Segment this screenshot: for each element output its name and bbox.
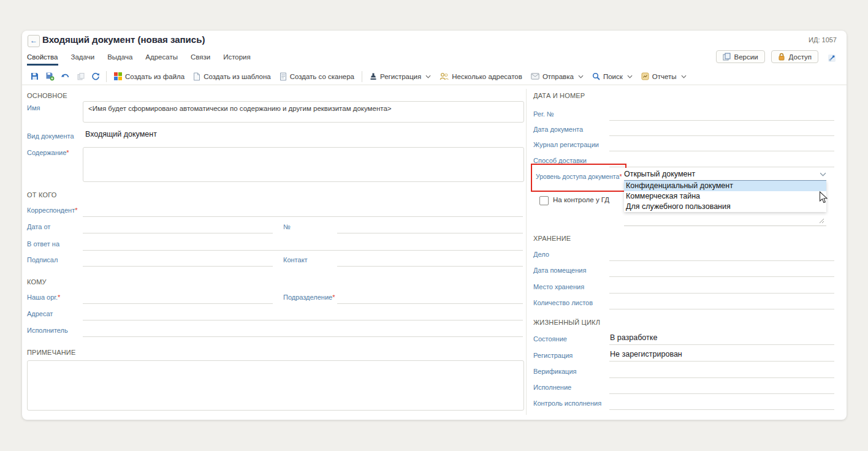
office-grid-icon xyxy=(114,72,122,80)
sheets-count-input[interactable] xyxy=(609,299,834,309)
contact-input[interactable] xyxy=(337,256,523,267)
section-to: КОМУ xyxy=(27,278,47,286)
registration-button[interactable]: Регистрация xyxy=(365,70,435,82)
refresh-button[interactable] xyxy=(88,70,103,83)
access-level-selected: Открытый документ xyxy=(624,170,695,178)
access-level-dropdown: Конфиденциальный документ Коммерческая т… xyxy=(624,181,826,212)
document-window: ← Входящий документ (новая запись) ИД: 1… xyxy=(22,31,847,420)
correspondent-label: Корреспондент* xyxy=(27,207,77,214)
people-icon xyxy=(440,72,449,80)
doc-date-input[interactable] xyxy=(609,126,834,136)
versions-button[interactable]: Версии xyxy=(716,50,765,63)
reg-journal-input[interactable] xyxy=(609,141,834,151)
section-note: ПРИМЕЧАНИЕ xyxy=(27,349,76,356)
reg-journal-label: Журнал регистрации xyxy=(533,141,599,148)
search-icon xyxy=(592,72,600,80)
toolbar-separator xyxy=(362,71,362,82)
create-from-scanner-button[interactable]: Создать со сканера xyxy=(275,70,359,83)
mouse-cursor xyxy=(819,191,828,204)
required-marker: * xyxy=(66,149,69,156)
signed-input[interactable] xyxy=(83,256,273,267)
resize-handle[interactable] xyxy=(819,218,824,224)
access-level-select[interactable]: Открытый документ xyxy=(624,168,826,181)
name-placeholder: <Имя будет сформировано автоматически по… xyxy=(83,102,523,115)
link-icon xyxy=(828,54,836,63)
save-plus-icon xyxy=(45,72,55,81)
reports-button[interactable]: Отчеты xyxy=(637,70,691,82)
undo-icon xyxy=(61,72,70,81)
storage-place-input[interactable] xyxy=(609,283,834,294)
storage-place-label: Место хранения xyxy=(533,283,584,290)
doc-kind-label: Вид документа xyxy=(27,132,74,140)
addressee-input[interactable] xyxy=(83,310,523,320)
note-input[interactable] xyxy=(27,360,524,411)
doc-date-label: Дата документа xyxy=(533,126,583,133)
department-label: Подразделение* xyxy=(283,294,335,301)
case-input[interactable] xyxy=(609,251,834,261)
toolbar-separator xyxy=(106,71,107,82)
versions-icon xyxy=(723,53,731,61)
tab-issue[interactable]: Выдача xyxy=(107,53,132,66)
execution-label: Исполнение xyxy=(533,384,571,391)
dropdown-option-confidential[interactable]: Конфиденциальный документ xyxy=(624,181,826,191)
copy-button[interactable] xyxy=(74,70,88,83)
create-from-template-button[interactable]: Создать из шаблона xyxy=(189,70,275,83)
stamp-icon xyxy=(370,72,377,80)
state-label: Состояние xyxy=(533,335,567,343)
correspondent-input[interactable] xyxy=(83,207,523,217)
section-from: ОТ КОГО xyxy=(27,191,56,199)
access-button[interactable]: Доступ xyxy=(771,50,818,63)
reg-number-input[interactable] xyxy=(609,110,834,121)
doc-kind-value[interactable]: Входящий документ xyxy=(85,130,157,138)
record-id: ИД: 1057 xyxy=(809,36,837,44)
tab-properties[interactable]: Свойства xyxy=(27,53,58,66)
delivery-method-input[interactable] xyxy=(609,157,834,167)
reg-number-label: Рег. № xyxy=(533,110,554,118)
execution-control-label: Контроль исполнения xyxy=(533,400,601,407)
department-input[interactable] xyxy=(337,294,523,304)
our-org-input[interactable] xyxy=(83,294,273,304)
back-button[interactable]: ← xyxy=(28,35,40,47)
name-input[interactable]: <Имя будет сформировано автоматически по… xyxy=(83,101,524,123)
multiple-addressees-button[interactable]: Несколько адресатов xyxy=(435,70,527,82)
number-label: № xyxy=(283,223,291,230)
tab-addressees[interactable]: Адресаты xyxy=(145,53,178,66)
contact-label: Контакт xyxy=(283,256,308,263)
number-input[interactable] xyxy=(337,223,523,233)
executor-input[interactable] xyxy=(83,327,523,337)
undo-button[interactable] xyxy=(58,70,74,83)
placement-date-input[interactable] xyxy=(609,267,834,277)
sending-button[interactable]: Отправка xyxy=(527,71,588,82)
date-from-label: Дата от xyxy=(27,223,50,230)
section-storage: ХРАНЕНИЕ xyxy=(533,235,571,242)
dropdown-option-commercial-secret[interactable]: Коммерческая тайна xyxy=(624,191,826,202)
access-level-note-input[interactable] xyxy=(624,213,826,226)
lock-icon xyxy=(778,53,785,61)
in-reply-input[interactable] xyxy=(83,240,523,251)
gd-control-checkbox[interactable] xyxy=(539,196,549,205)
section-date-number: ДАТА И НОМЕР xyxy=(533,92,585,99)
save-button[interactable] xyxy=(27,70,42,83)
content-input[interactable] xyxy=(83,147,524,182)
save-and-new-button[interactable] xyxy=(42,70,58,83)
tab-bar: Свойства Задачи Выдача Адресаты Связи Ис… xyxy=(27,53,251,66)
report-icon xyxy=(641,72,649,80)
pin-panel-button[interactable] xyxy=(826,52,838,64)
create-from-file-button[interactable]: Создать из файла xyxy=(110,70,189,82)
dropdown-option-official-use[interactable]: Для служебного пользования xyxy=(624,202,826,212)
chevron-down-icon xyxy=(627,75,633,78)
execution-field xyxy=(609,384,834,394)
gd-control-label[interactable]: На контроле у ГД xyxy=(553,196,609,203)
template-doc-icon xyxy=(193,72,200,81)
verification-label: Верификация xyxy=(533,368,577,375)
chevron-down-icon xyxy=(578,75,584,78)
date-from-input[interactable] xyxy=(83,223,273,233)
chevron-down-icon xyxy=(425,75,431,78)
search-button[interactable]: Поиск xyxy=(588,70,637,82)
refresh-icon xyxy=(91,72,100,81)
our-org-label: Наша орг.* xyxy=(27,294,60,301)
tab-tasks[interactable]: Задачи xyxy=(71,53,95,66)
tab-history[interactable]: История xyxy=(223,53,251,66)
tab-links[interactable]: Связи xyxy=(191,53,210,66)
arrow-left-icon: ← xyxy=(30,36,37,45)
